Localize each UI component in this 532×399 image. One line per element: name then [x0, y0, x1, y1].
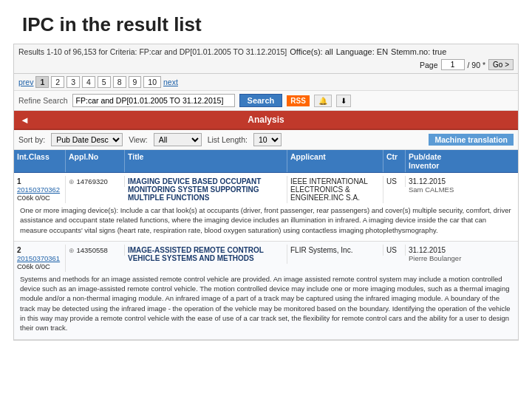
- col-applicant: Applicant: [287, 150, 383, 172]
- result-item-2: 2 20150370361 C06k 0/0C ⊕ 14350558 IMAGE…: [14, 242, 518, 340]
- page-input[interactable]: [441, 59, 465, 70]
- analysis-header: ◄ Analysis: [14, 111, 518, 130]
- list-length-label: List Length:: [208, 135, 248, 144]
- result-ctr-2: US: [383, 245, 406, 256]
- result-appl-no-2: ⊕ 14350558: [66, 245, 125, 256]
- result-int-class-1: 1 20150370362 C06k 0/0C: [14, 176, 66, 203]
- result-doc-id-1[interactable]: 20150370362: [17, 185, 62, 194]
- sort-select[interactable]: Pub Date Desc Pub Date Asc Relevance: [51, 133, 123, 146]
- stemming-text: Stemm.no: true: [391, 47, 446, 56]
- total-pages: / 90 *: [468, 61, 486, 69]
- view-select[interactable]: All Abstract Title: [154, 133, 202, 146]
- download-icon-button[interactable]: ⬇: [336, 95, 351, 107]
- result-int-class-2: 2 20150370361 C06k 0/0C: [14, 245, 66, 272]
- next-link[interactable]: next: [163, 78, 178, 86]
- col-ctr: Ctr: [383, 150, 406, 172]
- result-title-text-2[interactable]: IMAGE-ASSISTED REMOTE CONTROL VEHICLE SY…: [128, 246, 264, 262]
- page-1[interactable]: 1: [35, 76, 49, 88]
- result-title-1: IMAGING DEVICE BASED OCCUPANT MONITORING…: [125, 176, 287, 203]
- result-doc-id-2[interactable]: 20150370361: [17, 254, 62, 262]
- result-main-row-1: 1 20150370362 C06k 0/0C ⊕ 14769320 IMAGI…: [14, 176, 518, 203]
- page-label: Page: [420, 61, 438, 69]
- view-label: View:: [129, 135, 148, 144]
- col-title: Title: [125, 150, 287, 172]
- result-abstract-2: Systems and methods for an image assiste…: [14, 272, 518, 336]
- page-title: IPC in the result list: [22, 13, 510, 36]
- col-pub-date: Pub/date Inventor: [406, 150, 465, 172]
- result-pubdate-1: 31.12.2015 Sam CALMES: [406, 176, 465, 195]
- analysis-arrow[interactable]: ◄: [20, 115, 30, 126]
- page-3[interactable]: 3: [66, 76, 80, 88]
- result-title-text-1[interactable]: IMAGING DEVICE BASED OCCUPANT MONITORING…: [128, 177, 261, 202]
- result-pubdate-2: 31.12.2015 Pierre Boulanger: [406, 245, 465, 264]
- refine-row: Refine Search Search RSS 🔔 ⬇: [14, 91, 518, 111]
- table-header: Int.Class Appl.No Title Applicant Ctr Pu…: [14, 150, 518, 173]
- list-length-select[interactable]: 10 25 50: [253, 133, 282, 146]
- flag-icon-1: ⊕: [69, 178, 77, 185]
- result-appl-no-1: ⊕ 14769320: [66, 176, 125, 187]
- main-content: Results 1-10 of 96,153 for Criteria: FP:…: [13, 44, 519, 341]
- machine-translation-button[interactable]: Machine translation: [429, 134, 514, 146]
- result-num-1: 1: [17, 177, 62, 185]
- sort-row: Sort by: Pub Date Desc Pub Date Asc Rele…: [14, 130, 518, 150]
- result-int-class-val-2: C06k 0/0C: [17, 262, 62, 270]
- rss-button[interactable]: RSS: [287, 95, 310, 106]
- result-abstract-1: One or more imaging device(s): Include a…: [14, 203, 518, 238]
- result-applicant-1: IEEE INTERNATIONAL ELECTRONICS & ENGINEE…: [287, 176, 383, 203]
- pagination-row: prev 1 2 3 4 5 8 9 10 next: [14, 74, 518, 91]
- result-ctr-1: US: [383, 176, 406, 187]
- result-int-class-val-1: C06k 0/0C: [17, 194, 62, 202]
- page-9[interactable]: 9: [129, 76, 142, 88]
- language-text: Language: EN: [336, 47, 388, 56]
- col-appl-no: Appl.No: [66, 150, 125, 172]
- refine-input[interactable]: [72, 94, 235, 107]
- page-5[interactable]: 5: [98, 76, 111, 88]
- results-bar: Results 1-10 of 96,153 for Criteria: FP:…: [14, 44, 518, 74]
- inventor-1: Sam CALMES: [409, 185, 462, 194]
- inventor-2: Pierre Boulanger: [409, 254, 462, 262]
- result-item-1: 1 20150370362 C06k 0/0C ⊕ 14769320 IMAGI…: [14, 173, 518, 242]
- refine-label: Refine Search: [18, 96, 68, 105]
- page-8[interactable]: 8: [113, 76, 126, 88]
- sort-label: Sort by:: [18, 135, 45, 144]
- go-button[interactable]: Go >: [488, 59, 514, 70]
- col-int-class: Int.Class: [14, 150, 66, 172]
- results-text: Results 1-10 of 96,153 for Criteria: FP:…: [18, 47, 287, 56]
- result-num-2: 2: [17, 246, 62, 254]
- office-text: Office(s): all: [290, 47, 332, 56]
- pub-date-val-2: 31.12.2015: [409, 246, 462, 254]
- prev-link[interactable]: prev: [18, 78, 33, 86]
- flag-icon-2: ⊕: [69, 247, 77, 254]
- pub-date-val-1: 31.12.2015: [409, 177, 462, 185]
- alert-icon-button[interactable]: 🔔: [314, 95, 332, 107]
- search-button[interactable]: Search: [239, 94, 283, 107]
- page-2[interactable]: 2: [51, 76, 64, 88]
- result-title-2: IMAGE-ASSISTED REMOTE CONTROL VEHICLE SY…: [125, 245, 287, 264]
- page-10[interactable]: 10: [143, 76, 161, 88]
- page-title-area: IPC in the result list: [0, 0, 532, 44]
- result-main-row-2: 2 20150370361 C06k 0/0C ⊕ 14350558 IMAGE…: [14, 245, 518, 272]
- result-applicant-2: FLIR Systems, Inc.: [287, 245, 383, 256]
- page-info: Page / 90 * Go >: [420, 59, 514, 70]
- page-4[interactable]: 4: [82, 76, 95, 88]
- analysis-label: Analysis: [248, 115, 284, 125]
